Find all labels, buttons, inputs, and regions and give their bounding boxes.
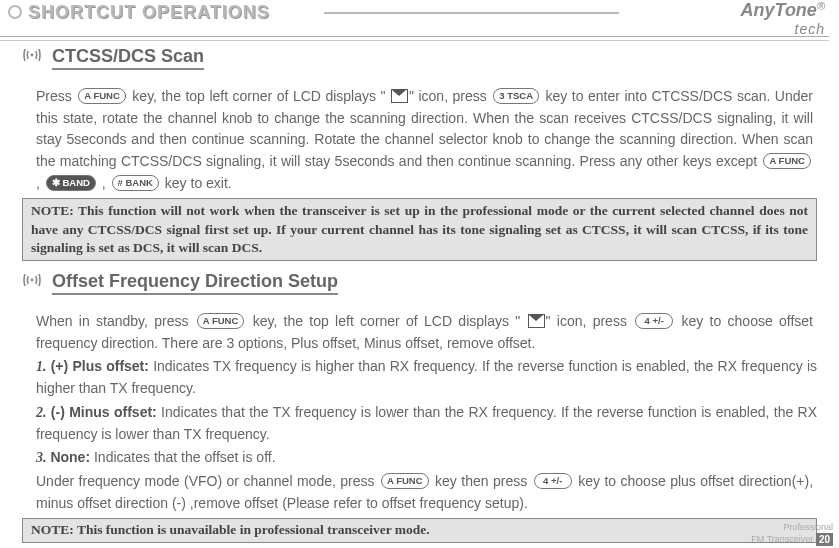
note-box-2: NOTE: This function is unavailable in pr… (22, 518, 817, 542)
list-item: 3. None: Indicates that the offset is of… (36, 447, 817, 469)
page-number: 20 (816, 533, 833, 546)
tsca-key-icon: 3 TSCA (493, 88, 539, 104)
envelope-icon (528, 314, 545, 328)
page-footer: Professional FM Transceiver 20 (751, 523, 833, 546)
svg-point-0 (31, 53, 34, 56)
list-item: 2. (-) Minus offset: Indicates that the … (36, 402, 817, 445)
brand-logo: AnyTone® tech (741, 0, 825, 37)
band-key-icon: ✱ BAND (46, 175, 96, 191)
func-key-icon: A FUNC (197, 313, 245, 329)
func-key-icon: A FUNC (381, 473, 429, 489)
note-box-1: NOTE: This function will not work when t… (22, 198, 817, 261)
signal-icon (22, 270, 42, 293)
section-title-offset: Offset Frequency Direction Setup (52, 271, 338, 295)
header-title: SHORTCUT OPERATIONS (8, 2, 270, 23)
bank-key-icon: # BANK (112, 175, 159, 191)
bullet-icon (8, 5, 22, 19)
signal-icon (22, 45, 42, 68)
list-item: 1. (+) Plus offset: Indicates TX frequen… (36, 356, 817, 399)
svg-point-1 (31, 278, 34, 281)
fourpm-key-icon: 4 +/- (635, 313, 673, 329)
offset-intro: When in standby, press A FUNC key, the t… (22, 311, 817, 354)
func-key-icon: A FUNC (78, 88, 126, 104)
offset-option-list: 1. (+) Plus offset: Indicates TX frequen… (22, 356, 817, 468)
func-key-icon: A FUNC (763, 153, 811, 169)
envelope-icon (391, 89, 408, 103)
ctcss-paragraph: Press A FUNC key, the top left corner of… (22, 86, 817, 194)
header-divider (324, 12, 619, 14)
header-underline (0, 36, 829, 41)
offset-outro: Under frequency mode (VFO) or channel mo… (22, 471, 817, 514)
section-title-ctcss: CTCSS/DCS Scan (52, 46, 204, 70)
fourpm-key-icon: 4 +/- (534, 473, 572, 489)
